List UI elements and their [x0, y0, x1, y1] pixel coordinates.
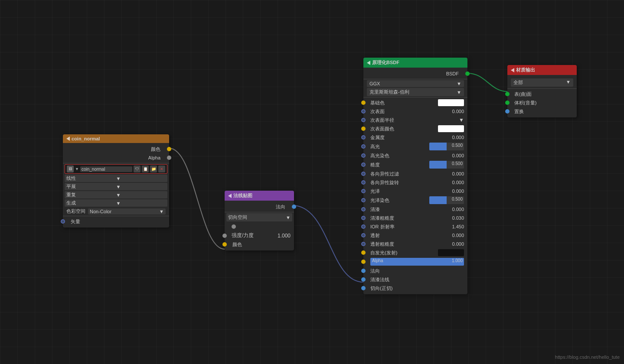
bsdf-subsurface-color-swatch[interactable]	[438, 125, 464, 132]
bsdf-alpha-label-in-bar: Alpha	[372, 258, 383, 263]
bump-space-dropdown[interactable]: 切向空间 ▼	[226, 213, 292, 221]
bsdf-ior-row: IOR 折射率 1.450	[363, 222, 467, 231]
image-texture-toolbar: 🖼 ▼ coin_normal 🛡 📋 📁 ✕	[65, 164, 167, 174]
bsdf-ior-socket[interactable]	[361, 224, 366, 229]
shield-btn[interactable]: 🛡	[134, 166, 140, 172]
collapse-triangle[interactable]	[66, 136, 70, 141]
copy-btn[interactable]: 📋	[142, 166, 149, 172]
bsdf-specular-tint-label: 高光染色	[367, 153, 452, 159]
bsdf-tangent-socket[interactable]	[361, 286, 366, 290]
flat-dropdown[interactable]: 平展 ▼	[65, 183, 167, 190]
bsdf-ggx-dropdown[interactable]: GGX ▼	[367, 80, 464, 87]
bsdf-specular-socket[interactable]	[361, 144, 366, 149]
bsdf-clearcoat-socket[interactable]	[361, 207, 366, 211]
bsdf-sheen-socket[interactable]	[361, 189, 366, 193]
bsdf-clearcoat-normal-row: 清漆法线	[363, 275, 467, 284]
matout-target-select[interactable]: 全部 ▼	[511, 78, 573, 87]
bsdf-roughness-bar[interactable]: 0.500	[429, 161, 464, 169]
bsdf-christensen-arrow: ▼	[457, 90, 461, 95]
bump-dot-socket[interactable]	[232, 224, 236, 229]
bsdf-clearcoat-rough-row: 清漆粗糙度 0.030	[363, 214, 467, 222]
bsdf-christensen-dropdown[interactable]: 克里斯斯坦森-伯利 ▼	[367, 88, 464, 96]
matout-displace-row: 置换	[507, 107, 577, 116]
bsdf-sheen-tint-bar[interactable]: 0.500	[429, 196, 464, 204]
bsdf-roughness-label: 糙度	[367, 162, 429, 168]
bsdf-transmission-row: 透射 0.000	[363, 231, 467, 240]
bsdf-output-socket[interactable]	[465, 72, 470, 76]
bsdf-basecolor-socket[interactable]	[361, 101, 366, 105]
bsdf-subsurface-label: 次表面	[367, 108, 452, 115]
bsdf-subsurface-color-label: 次表面颜色	[367, 126, 438, 132]
bsdf-collapse-triangle[interactable]	[367, 61, 370, 65]
bsdf-normal-socket[interactable]	[361, 269, 366, 273]
bsdf-aniso-rot-socket[interactable]	[361, 180, 366, 185]
bsdf-specular-bar[interactable]: 0.500	[429, 143, 464, 150]
matout-surface-socket[interactable]	[505, 92, 510, 96]
bsdf-alpha-bar[interactable]: Alpha 1.000	[370, 258, 464, 266]
bsdf-alpha-bar-fill	[370, 258, 464, 266]
generate-dropdown[interactable]: 生成 ▼	[65, 199, 167, 207]
bsdf-roughness-socket[interactable]	[361, 162, 366, 167]
bsdf-alpha-row: Alpha 1.000	[363, 257, 467, 266]
bsdf-metallic-socket[interactable]	[361, 135, 366, 140]
matout-volume-label: 体积(音量)	[511, 100, 573, 106]
bsdf-ggx-label: GGX	[369, 81, 380, 86]
bsdf-tangent-row: 切向(正切)	[363, 284, 467, 292]
output-color-socket[interactable]	[167, 147, 171, 151]
matout-displace-socket[interactable]	[505, 109, 510, 114]
bsdf-subsurface-color-socket[interactable]	[361, 127, 366, 131]
bump-space-arrow: ▼	[286, 215, 291, 220]
repeat-dropdown[interactable]: 重复 ▼	[65, 191, 167, 198]
bsdf-subsurface-radius-socket[interactable]	[361, 118, 366, 122]
bump-title: 法线贴图	[233, 192, 252, 199]
matout-volume-socket[interactable]	[505, 101, 510, 105]
bsdf-specular-tint-socket[interactable]	[361, 153, 366, 158]
bsdf-sheen-label: 光泽	[367, 188, 452, 195]
linear-dropdown[interactable]: 线性 ▼	[65, 175, 167, 182]
bsdf-emission-swatch[interactable]	[438, 249, 464, 256]
bsdf-sheen-tint-bar-fill	[429, 196, 447, 204]
bsdf-transmission-rough-socket[interactable]	[361, 242, 366, 246]
folder-btn[interactable]: 📁	[150, 166, 157, 172]
bsdf-roughness-value: 0.500	[452, 161, 463, 166]
bsdf-ggx-arrow: ▼	[457, 81, 461, 86]
bsdf-aniso-filter-value: 0.000	[452, 171, 464, 176]
bsdf-alpha-socket[interactable]	[361, 260, 366, 264]
bsdf-emission-socket[interactable]	[361, 250, 366, 255]
bsdf-metallic-label: 金属度	[367, 134, 452, 141]
color-space-select[interactable]: Non-Color ▼	[88, 208, 166, 214]
bsdf-alpha-value: 1.000	[452, 258, 463, 263]
bsdf-specular-label: 高光	[367, 143, 429, 150]
output-alpha-socket[interactable]	[167, 156, 171, 160]
bsdf-basecolor-swatch[interactable]	[438, 99, 464, 106]
bump-strength-socket[interactable]	[222, 234, 227, 238]
matout-collapse-triangle[interactable]	[511, 68, 514, 72]
bsdf-transmission-socket[interactable]	[361, 233, 366, 237]
input-vector-socket[interactable]	[61, 219, 65, 224]
flat-label: 平展	[66, 183, 116, 190]
texture-icon: 🖼	[67, 166, 74, 172]
bsdf-subsurface-socket[interactable]	[361, 109, 366, 114]
image-name-display[interactable]: coin_normal	[80, 166, 132, 172]
bsdf-transmission-rough-label: 透射粗糙度	[367, 241, 452, 247]
bsdf-emission-row: 自发光(发射)	[363, 248, 467, 257]
bsdf-clearcoat-rough-socket[interactable]	[361, 216, 366, 220]
matout-header: 材质输出	[507, 65, 577, 75]
color-space-value: Non-Color	[90, 209, 111, 214]
bump-collapse-triangle[interactable]	[228, 194, 232, 198]
bsdf-clearcoat-normal-socket[interactable]	[361, 277, 366, 282]
bump-color-socket[interactable]	[222, 242, 227, 247]
bsdf-sheen-tint-socket[interactable]	[361, 198, 366, 202]
bsdf-clearcoat-normal-label: 清漆法线	[367, 276, 464, 283]
bsdf-aniso-filter-socket[interactable]	[361, 172, 366, 176]
output-color-label: 颜色	[66, 146, 166, 153]
bump-strength-label: 强度/力度	[232, 232, 278, 239]
bsdf-aniso-rot-label: 各向异性旋转	[367, 179, 452, 186]
bump-strength-value: 1.000	[278, 233, 291, 239]
close-btn[interactable]: ✕	[158, 166, 165, 172]
bump-output-socket[interactable]	[292, 205, 296, 209]
bsdf-christensen-label: 克里斯斯坦森-伯利	[369, 89, 409, 95]
bsdf-basecolor-label: 基础色	[367, 100, 438, 106]
bump-output-label: 法向	[228, 204, 291, 210]
bsdf-specular-tint-row: 高光染色 0.000	[363, 151, 467, 160]
